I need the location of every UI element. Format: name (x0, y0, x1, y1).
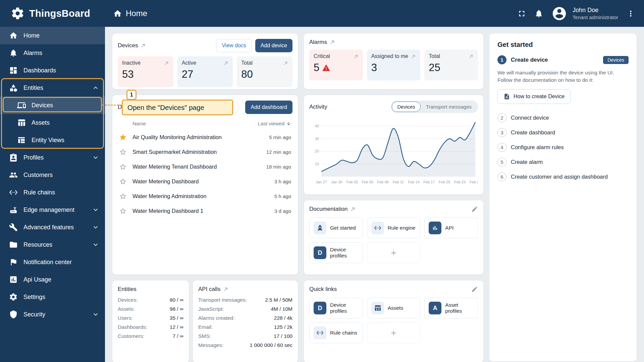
sidebar-item-advanced-features[interactable]: Advanced features (0, 219, 105, 236)
sidebar-item-label: Notification center (23, 259, 72, 266)
open-documentation-icon[interactable] (350, 206, 356, 212)
quick-links-tiles: DDevice profilesAssetsAAsset profilesRul… (309, 298, 478, 343)
api-calls-rows: Transport messages:2.5 M / 50MJavaScript… (198, 297, 292, 348)
dashboard-row[interactable]: Water Metering Dashboard 13 d ago (118, 203, 292, 218)
add-tile-button[interactable] (367, 242, 421, 263)
star-outline-icon[interactable] (119, 163, 128, 171)
getstarted-step-5[interactable]: 5Create alarm (497, 158, 629, 167)
tile-api[interactable]: API (424, 218, 478, 238)
dashboard-name[interactable]: Smart Supermarket Administration (132, 149, 217, 155)
view-docs-button[interactable]: View docs (216, 39, 252, 52)
arrow-ne-icon (164, 61, 169, 66)
stat-tile-assigned-to-me[interactable]: Assigned to me3 (367, 50, 421, 80)
more-menu-button[interactable] (626, 9, 635, 18)
tile-asset-profiles[interactable]: AAsset profiles (424, 298, 478, 318)
tile-device-profiles[interactable]: DDevice profiles (309, 242, 363, 263)
usage-label: Messages: (198, 342, 223, 348)
dashboard-name[interactable]: Water Metering Tenant Dashboard (132, 164, 217, 170)
tile-get-started[interactable]: Get started (309, 218, 363, 238)
svg-text:Feb 26: Feb 26 (470, 180, 478, 184)
sidebar-item-security[interactable]: Security (0, 306, 105, 323)
edge-icon (9, 205, 18, 214)
dashboard-name[interactable]: Water Metering Dashboard (132, 178, 199, 185)
tile-label: Device profiles (330, 302, 359, 314)
annotation-entities-outline (1, 78, 104, 149)
open-api-usage-icon[interactable] (223, 287, 228, 292)
dashboard-row[interactable]: Water Metering Tenant Dashboard18 min ag… (118, 159, 292, 174)
tile-assets[interactable]: Assets (367, 298, 421, 318)
how-to-create-device-button[interactable]: How to create Device (497, 89, 571, 104)
sidebar-item-customers[interactable]: Customers (0, 166, 105, 184)
open-devices-icon[interactable] (141, 43, 146, 48)
fullscreen-button[interactable] (517, 9, 526, 18)
tile-label: Assets (388, 305, 404, 311)
edit-quick-links-button[interactable] (471, 286, 478, 293)
dashboard-name[interactable]: Water Metering Administration (132, 193, 206, 199)
tile-rule-chains[interactable]: Rule chains (309, 322, 363, 343)
dashboard-row[interactable]: Water Metering Dashboard3 h ago (118, 174, 292, 189)
toggle-transport-messages[interactable]: Transport messages (421, 102, 477, 112)
dashboard-name[interactable]: Air Quality Monitoring Administration (132, 134, 222, 140)
stat-label: Critical (314, 53, 330, 59)
dashboard-row[interactable]: Water Metering Administration5 h ago (118, 189, 292, 203)
sidebar-item-api-usage[interactable]: Api Usage (0, 271, 105, 288)
sidebar-item-edge-management[interactable]: Edge management (0, 201, 105, 219)
star-outline-icon[interactable] (119, 207, 128, 215)
sidebar-item-label: Home (23, 32, 40, 39)
sidebar-item-resources[interactable]: Resources (0, 236, 105, 253)
alarms-stats: Critical5Assigned to me3Total25 (309, 50, 478, 80)
sidebar-item-settings[interactable]: Settings (0, 288, 105, 306)
notifications-button[interactable] (534, 9, 543, 18)
device-profiles-icon: D (314, 246, 326, 259)
getstarted-step-6[interactable]: 6Create customer and assign dashboard (497, 172, 629, 181)
svg-text:40: 40 (315, 124, 319, 128)
getstarted-step-2[interactable]: 2Connect device (497, 113, 629, 122)
svg-text:Feb 23: Feb 23 (454, 180, 466, 184)
rule-chains-icon (9, 188, 18, 197)
step-chip: Devices (603, 56, 629, 64)
dashboard-row[interactable]: Smart Supermarket Administration12 min a… (118, 144, 292, 159)
open-alarms-icon[interactable] (330, 40, 335, 45)
stat-tile-critical[interactable]: Critical5 (309, 50, 363, 80)
sidebar-item-notification-center[interactable]: Notification center (0, 253, 105, 271)
entities-usage-rows: Devices:80 / ∞Assets:98 / ∞Users:35 / ∞D… (118, 297, 183, 339)
dashboard-last-viewed: 3 d ago (274, 208, 291, 214)
usage-label: SMS: (198, 333, 211, 339)
star-outline-icon[interactable] (119, 178, 128, 185)
star-outline-icon[interactable] (119, 148, 128, 156)
sidebar-item-profiles[interactable]: Profiles (0, 149, 105, 166)
star-filled-icon[interactable] (119, 133, 128, 141)
tile-device-profiles[interactable]: DDevice profiles (309, 298, 363, 318)
avatar[interactable] (551, 6, 567, 21)
thingsboard-logo[interactable]: ThingsBoard (0, 6, 105, 20)
column-name[interactable]: Name (132, 121, 146, 126)
sidebar-item-home[interactable]: Home (0, 27, 105, 44)
getstarted-step-4[interactable]: 4Configure alarm rules (497, 143, 629, 152)
usage-row: Messages:1 000 000 / 60 sec (198, 342, 292, 348)
star-outline-icon[interactable] (119, 192, 128, 200)
devices-card: Devices View docs Add device Inactive53A… (112, 34, 298, 89)
sidebar-item-alarms[interactable]: Alarms (0, 44, 105, 62)
sidebar-item-dashboards[interactable]: Dashboards (0, 62, 105, 79)
add-device-button[interactable]: Add device (255, 39, 292, 52)
edit-documentation-button[interactable] (471, 206, 478, 213)
getstarted-step-1[interactable]: 1Create deviceDevicesWe will manually pr… (497, 55, 629, 104)
usage-value: 228 / 4k (274, 315, 292, 321)
add-tile-button[interactable] (367, 322, 421, 343)
stat-label: Total (241, 60, 253, 66)
card-title: Devices (118, 42, 138, 49)
add-dashboard-button[interactable]: Add dashboard (245, 101, 292, 114)
stat-tile-active[interactable]: Active27 (177, 56, 233, 87)
sidebar-item-rule-chains[interactable]: Rule chains (0, 184, 105, 201)
tile-rule-engine[interactable]: Rule engine (367, 218, 421, 238)
getstarted-step-3[interactable]: 3Create dashboard (497, 128, 629, 137)
stat-tile-inactive[interactable]: Inactive53 (118, 56, 173, 87)
toggle-devices[interactable]: Devices (392, 102, 420, 112)
dashboard-row[interactable]: Air Quality Monitoring Administration5 m… (118, 130, 292, 144)
column-last-viewed[interactable]: Last viewed (258, 121, 291, 126)
stat-tile-total[interactable]: Total25 (424, 50, 478, 80)
dashboard-name[interactable]: Water Metering Dashboard 1 (132, 208, 203, 214)
plus-icon (390, 249, 397, 257)
usage-row: Customers:7 / ∞ (118, 333, 183, 339)
stat-tile-total[interactable]: Total80 (237, 56, 292, 87)
